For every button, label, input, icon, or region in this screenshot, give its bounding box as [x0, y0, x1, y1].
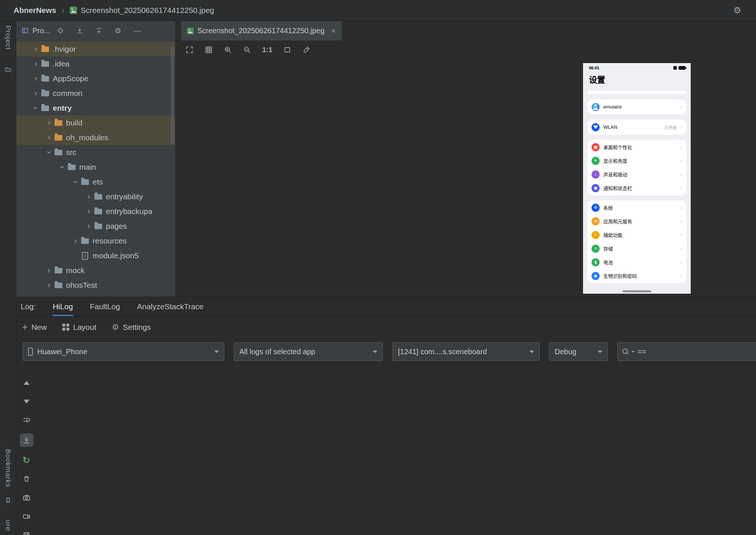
tree-item-src[interactable]: ›src — [16, 145, 175, 160]
tree-item-common[interactable]: ›common — [16, 86, 175, 101]
settings-row-avatar[interactable]: emulator› — [587, 100, 686, 114]
tree-chevron-icon[interactable]: › — [44, 266, 54, 275]
tool-stripe-project-button[interactable]: Project — [4, 25, 12, 50]
settings-row-sound[interactable]: ♪声音和振动› — [587, 168, 686, 181]
log-toolbar: + New Layout ⚙ Settings — [16, 317, 756, 338]
tree-chevron-icon[interactable]: › — [84, 221, 94, 231]
restart-session-icon[interactable]: ↻ — [21, 455, 32, 466]
tree-item-module.json5[interactable]: module.json5 — [16, 248, 175, 263]
tree-item-resources[interactable]: ›resources — [16, 234, 175, 248]
tree-chevron-icon[interactable]: › — [44, 133, 54, 142]
tree-item-oh_modules[interactable]: ›oh_modules — [16, 130, 175, 145]
bookmark-icon[interactable] — [5, 497, 11, 504]
actual-size-label[interactable]: 1:1 — [262, 46, 272, 54]
tree-item-mock[interactable]: ›mock — [16, 263, 175, 278]
settings-row-battery-glyph[interactable]: ▮电池› — [587, 255, 686, 269]
settings-group-1: ▦桌面和个性化›☀显示和亮度›♪声音和振动›▣通知和状态栏› — [587, 140, 686, 195]
settings-row-storage[interactable]: ≡存储› — [587, 242, 686, 255]
log-search-input[interactable]: == — [617, 342, 756, 361]
log-tab-analyzestacktrace[interactable]: AnalyzeStackTrace — [137, 297, 203, 316]
panel-gear-icon[interactable]: ⚙ — [114, 26, 122, 35]
export-log-icon[interactable] — [21, 530, 32, 535]
collapse-all-icon[interactable] — [94, 26, 103, 35]
soft-wrap-icon[interactable] — [21, 415, 32, 426]
tree-scrollbar-thumb[interactable] — [171, 46, 174, 145]
scroll-to-end-icon[interactable] — [20, 434, 33, 447]
breadcrumb-project[interactable]: AbnerNews — [14, 6, 56, 15]
tree-chevron-icon[interactable]: › — [44, 118, 54, 128]
tree-item-entry[interactable]: ›entry — [16, 101, 175, 115]
search-bar-partial[interactable] — [587, 91, 686, 94]
settings-row-accessibility[interactable]: +辅助功能› — [587, 228, 686, 242]
tree-chevron-icon[interactable]: › — [31, 89, 41, 98]
breadcrumb-file[interactable]: Screenshot_20250626174412250.jpeg — [81, 6, 214, 15]
settings-row-biometric[interactable]: ◉生物识别和密码› — [587, 269, 686, 283]
tree-item-pages[interactable]: ›pages — [16, 219, 175, 234]
scroll-down-icon[interactable] — [21, 396, 32, 407]
chevron-right-icon: › — [680, 124, 682, 131]
tree-chevron-icon[interactable]: › — [58, 162, 67, 172]
eyedropper-icon[interactable] — [302, 46, 311, 54]
tree-chevron-icon[interactable]: › — [84, 192, 94, 201]
scroll-up-icon[interactable] — [21, 377, 32, 388]
tree-chevron-icon[interactable]: › — [31, 44, 41, 54]
ide-settings-gear-icon[interactable]: ⚙ — [733, 5, 741, 15]
tree-item-ohosTest[interactable]: ›ohosTest — [16, 278, 175, 293]
settings-row-notification[interactable]: ▣通知和状态栏› — [587, 181, 686, 195]
screenshot-camera-icon[interactable] — [21, 492, 32, 503]
expand-all-icon[interactable] — [75, 26, 84, 35]
log-tab-faultlog[interactable]: FaultLog — [90, 297, 120, 316]
tree-item-.hvigor[interactable]: ›.hvigor — [16, 42, 175, 56]
chevron-right-icon: › — [680, 185, 682, 191]
project-tool-icon[interactable] — [5, 66, 11, 73]
status-battery-icon — [679, 66, 686, 70]
zoom-out-icon[interactable] — [243, 46, 251, 54]
tree-chevron-icon[interactable]: › — [71, 177, 80, 187]
clear-log-icon[interactable] — [21, 473, 32, 484]
log-level-select[interactable]: Debug — [549, 342, 608, 361]
tree-item-main[interactable]: ›main — [16, 160, 175, 175]
tree-item-label: build — [66, 118, 82, 127]
settings-button[interactable]: ⚙ Settings — [112, 322, 151, 332]
device-select[interactable]: Huawei_Phone — [22, 342, 224, 361]
tool-stripe-bookmarks-button[interactable]: Bookmarks — [4, 449, 12, 487]
tree-chevron-icon[interactable]: › — [31, 103, 41, 113]
tree-item-.idea[interactable]: ›.idea — [16, 56, 175, 71]
folder-icon — [41, 61, 49, 67]
tool-stripe-partial-button[interactable]: ure — [4, 520, 12, 531]
log-tab-hilog[interactable]: HiLog — [53, 297, 73, 316]
hide-panel-icon[interactable]: — — [133, 26, 142, 35]
grid-toggle-icon[interactable] — [205, 46, 213, 54]
editor-tab[interactable]: Screenshot_20250626174412250.jpeg × — [181, 21, 342, 41]
close-tab-icon[interactable]: × — [331, 26, 336, 36]
image-viewer-toolbar: 1:1 — [175, 41, 756, 59]
tree-item-AppScope[interactable]: ›AppScope — [16, 71, 175, 86]
tree-chevron-icon[interactable]: › — [31, 74, 41, 83]
fit-to-window-icon[interactable] — [185, 46, 194, 54]
log-scope-select[interactable]: All logs of selected app — [234, 342, 383, 361]
settings-row-system[interactable]: ⚙系统› — [587, 201, 686, 214]
process-select[interactable]: [1241] com....s.sceneboard — [392, 342, 540, 361]
tree-chevron-icon[interactable]: › — [44, 148, 54, 157]
settings-row-desktop[interactable]: ▦桌面和个性化› — [587, 140, 686, 154]
tree-item-entryability[interactable]: ›entryability — [16, 189, 175, 204]
tree-item-build[interactable]: ›build — [16, 115, 175, 130]
tree-item-ets[interactable]: ›ets — [16, 175, 175, 189]
folder-icon — [41, 106, 49, 111]
locate-file-icon[interactable] — [56, 26, 65, 35]
selection-frame-icon[interactable] — [283, 46, 291, 54]
tree-chevron-icon[interactable]: › — [84, 207, 94, 216]
layout-button[interactable]: Layout — [62, 323, 96, 332]
tree-chevron-icon[interactable]: › — [31, 59, 41, 69]
settings-row-display[interactable]: ☀显示和亮度› — [587, 154, 686, 168]
tree-item-entrybackupa[interactable]: ›entrybackupa — [16, 204, 175, 219]
project-window-icon — [21, 27, 29, 34]
tree-chevron-icon[interactable]: › — [71, 236, 80, 246]
tree-chevron-icon[interactable]: › — [44, 280, 54, 290]
zoom-in-icon[interactable] — [224, 46, 232, 54]
settings-row-wifi[interactable]: WLAN已开启› — [587, 120, 686, 134]
screen-record-icon[interactable] — [21, 511, 32, 522]
settings-row-apps[interactable]: ⊞应用和元服务› — [587, 214, 686, 228]
breadcrumb-separator-icon: › — [62, 5, 65, 15]
new-button[interactable]: + New — [22, 321, 47, 333]
